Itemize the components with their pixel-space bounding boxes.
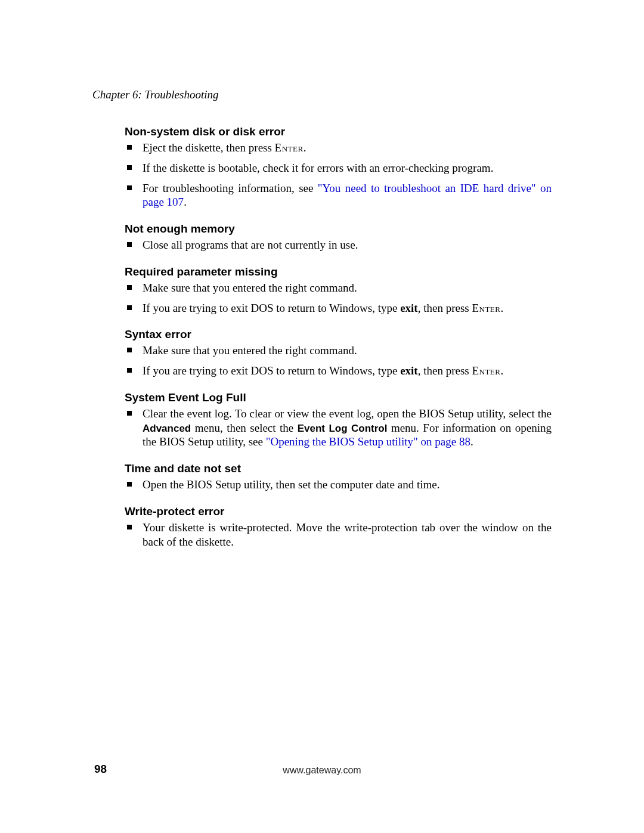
section-title: Time and date not set: [125, 462, 552, 475]
list-item: Your diskette is write-protected. Move t…: [125, 521, 552, 549]
text: Clear the event log. To clear or view th…: [143, 407, 552, 420]
section-title: System Event Log Full: [125, 391, 552, 404]
list-item: For troubleshooting information, see "Yo…: [125, 181, 552, 210]
bullet-list: Your diskette is write-protected. Move t…: [125, 521, 552, 549]
text: .: [500, 302, 503, 314]
list-item: Open the BIOS Setup utility, then set th…: [125, 478, 552, 492]
bullet-list: Eject the diskette, then press Enter. If…: [125, 141, 552, 209]
list-item: Make sure that you entered the right com…: [125, 281, 552, 295]
bullet-list: Clear the event log. To clear or view th…: [125, 407, 552, 449]
command-text: exit: [400, 364, 418, 377]
text: If you are trying to exit DOS to return …: [143, 364, 400, 377]
menu-name: Event Log Control: [298, 423, 388, 434]
text: menu, then select the: [191, 422, 297, 434]
section-syntax-error: Syntax error Make sure that you entered …: [125, 328, 552, 378]
text: For troubleshooting information, see: [143, 182, 318, 194]
list-item: Close all programs that are not currentl…: [125, 238, 552, 252]
section-write-protect: Write-protect error Your diskette is wri…: [125, 505, 552, 549]
chapter-header: Chapter 6: Troubleshooting: [92, 88, 552, 101]
section-event-log-full: System Event Log Full Clear the event lo…: [125, 391, 552, 449]
section-title: Write-protect error: [125, 505, 552, 518]
list-item: Clear the event log. To clear or view th…: [125, 407, 552, 449]
bullet-list: Make sure that you entered the right com…: [125, 343, 552, 378]
section-nonsystem-disk: Non-system disk or disk error Eject the …: [125, 125, 552, 209]
text: .: [184, 196, 187, 208]
section-title: Non-system disk or disk error: [125, 125, 552, 138]
list-item: If you are trying to exit DOS to return …: [125, 364, 552, 378]
section-title: Not enough memory: [125, 222, 552, 236]
xref-link[interactable]: "Opening the BIOS Setup utility" on page…: [266, 435, 470, 448]
text: , then press: [418, 364, 472, 377]
section-not-enough-memory: Not enough memory Close all programs tha…: [125, 222, 552, 252]
section-title: Required parameter missing: [125, 265, 552, 278]
key-enter: Enter: [472, 364, 500, 377]
text: .: [304, 141, 306, 154]
menu-name: Advanced: [143, 423, 191, 434]
bullet-list: Open the BIOS Setup utility, then set th…: [125, 478, 552, 492]
section-time-date: Time and date not set Open the BIOS Setu…: [125, 462, 552, 492]
key-enter: Enter: [472, 302, 500, 314]
bullet-list: Close all programs that are not currentl…: [125, 238, 552, 252]
list-item: If you are trying to exit DOS to return …: [125, 301, 552, 315]
list-item: If the diskette is bootable, check it fo…: [125, 161, 552, 175]
key-enter: Enter: [275, 141, 304, 154]
section-required-param: Required parameter missing Make sure tha…: [125, 265, 552, 315]
command-text: exit: [400, 302, 418, 314]
footer-url: www.gateway.com: [0, 765, 644, 776]
text: If you are trying to exit DOS to return …: [143, 302, 400, 314]
text: , then press: [418, 302, 472, 314]
page-content: Chapter 6: Troubleshooting Non-system di…: [0, 0, 644, 549]
text: .: [470, 435, 473, 448]
text: Eject the diskette, then press: [143, 141, 275, 154]
section-title: Syntax error: [125, 328, 552, 341]
list-item: Eject the diskette, then press Enter.: [125, 141, 552, 155]
bullet-list: Make sure that you entered the right com…: [125, 281, 552, 315]
list-item: Make sure that you entered the right com…: [125, 343, 552, 358]
text: .: [500, 364, 503, 377]
